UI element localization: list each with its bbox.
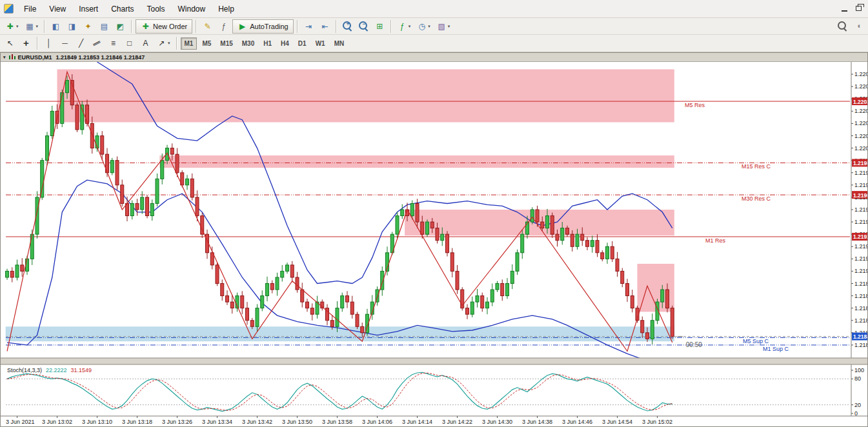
level-label: M15 Res C (742, 163, 771, 170)
menu-charts[interactable]: Charts (105, 2, 140, 16)
arrows-button[interactable]: ↗▾ (154, 36, 173, 50)
svg-text:1.22038: 1.22038 (853, 99, 867, 105)
terminal-button[interactable]: ▤ (97, 19, 112, 34)
menu: FileViewInsertChartsToolsWindowHelp (17, 2, 241, 16)
strategy-tester-button[interactable]: ◩ (113, 19, 128, 34)
tf-m30-label: M30 (242, 40, 254, 47)
navigator-icon: ✦ (83, 20, 93, 33)
tile-windows-button[interactable]: ⊞ (372, 19, 387, 34)
navigator-button[interactable]: ✦ (81, 19, 96, 34)
auto-scroll-button[interactable]: ⇥ (301, 19, 316, 34)
time-axis-label: 3 Jun 13:18 (122, 419, 152, 425)
templates-button[interactable]: ▧▾ (434, 19, 453, 34)
price-axis-label: 1.22020 (854, 120, 867, 126)
profiles-button[interactable]: ▦▾ (23, 19, 41, 34)
indicators-button[interactable]: ƒ▾ (395, 19, 414, 34)
menu-window[interactable]: Window (172, 2, 212, 16)
price-axis-label: 1.21940 (854, 219, 867, 225)
tf-w1-button[interactable]: W1 (312, 37, 329, 50)
time-axis-label: 3 Jun 13:34 (202, 419, 232, 425)
tf-h1-button[interactable]: H1 (259, 37, 276, 50)
time-axis-label: 3 Jun 14:14 (402, 419, 432, 425)
restore-button[interactable] (851, 2, 865, 14)
auto-scroll-icon: ⇥ (304, 20, 314, 33)
app-icon (4, 4, 14, 14)
svg-text:1.21928: 1.21928 (853, 233, 867, 240)
price-axis-label: 1.21870 (854, 305, 867, 312)
tf-m15-label: M15 (220, 40, 232, 47)
vertical-line-icon: │ (44, 37, 54, 50)
stoch-axis-label: 100 (854, 367, 864, 373)
shapes-button[interactable]: □ (122, 36, 137, 50)
chart-title-bar[interactable]: ▾ EURUSD,M1 1.21849 1.21853 1.21846 1.21… (1, 53, 867, 62)
text-button[interactable]: A (138, 36, 153, 50)
notifications-button[interactable]: ◖ (851, 19, 866, 33)
tf-mn-button[interactable]: MN (330, 37, 348, 50)
tf-m30-button[interactable]: M30 (238, 37, 258, 50)
tf-m5-button[interactable]: M5 (198, 37, 215, 50)
notifications-icon: ◖ (854, 19, 863, 32)
search-button[interactable] (835, 19, 850, 33)
periods-caret-icon: ▾ (428, 24, 430, 29)
menu-tools[interactable]: Tools (141, 2, 172, 16)
zoom-in-button[interactable]: + (340, 19, 355, 34)
toolbar-separator (297, 20, 298, 33)
new-chart-button[interactable]: ✚▾ (3, 19, 21, 34)
horizontal-line-button[interactable]: ─ (57, 36, 72, 50)
tf-h4-button[interactable]: H4 (277, 37, 293, 50)
autotrading-label: AutoTrading (250, 23, 288, 30)
chart-canvas[interactable]: M5 ResM15 Res CM30 Res CM1 ResM5 Sup CM1… (1, 62, 867, 426)
time-axis-label: 3 Jun 13:50 (282, 419, 312, 425)
panel-splitter[interactable] (1, 358, 867, 364)
svg-text:1.21962: 1.21962 (853, 192, 867, 199)
cursor-button[interactable]: ↖ (3, 36, 17, 50)
price-axis-label: 1.21880 (854, 293, 867, 299)
menu-view[interactable]: View (43, 2, 72, 16)
market-watch-button[interactable]: ◧ (48, 19, 63, 34)
crosshair-button[interactable]: + (19, 36, 34, 50)
toolbar-separator (390, 20, 392, 33)
chart-shift-button[interactable]: ⇤ (318, 19, 332, 34)
time-axis-label: 3 Jun 13:02 (42, 419, 72, 425)
toolbar-standard-right: ◖ (834, 19, 867, 33)
market-watch-icon: ◧ (51, 20, 61, 33)
price-axis-label: 1.22000 (854, 145, 867, 152)
tile-windows-icon: ⊞ (375, 20, 385, 33)
price-axis-label: 1.22030 (854, 108, 867, 114)
price-axis-label: 1.21860 (854, 317, 867, 324)
shapes-icon: □ (125, 37, 134, 50)
minimize-icon (842, 10, 847, 12)
equidistant-channel-button[interactable]: ∥ (90, 36, 105, 50)
tf-d1-label: D1 (298, 40, 307, 47)
experts-button[interactable]: ƒ (216, 19, 231, 34)
fibonacci-button[interactable]: ≡ (106, 36, 121, 50)
toolbar-separator (131, 20, 132, 33)
metaeditor-button[interactable]: ✎ (200, 19, 215, 34)
tf-m15-button[interactable]: M15 (216, 37, 236, 50)
new-order-button[interactable]: ✚New Order (136, 19, 192, 34)
tf-m1-button[interactable]: M1 (181, 37, 197, 50)
menu-insert[interactable]: Insert (72, 2, 105, 16)
time-axis-label: 3 Jun 14:22 (442, 419, 472, 425)
minimize-button[interactable] (837, 2, 851, 14)
autotrading-button[interactable]: ▶AutoTrading (232, 19, 294, 34)
price-axis-label: 1.21920 (854, 243, 867, 250)
zoom-out-button[interactable]: − (356, 19, 371, 34)
tf-mn-label: MN (334, 40, 345, 47)
vertical-line-button[interactable]: │ (41, 36, 56, 50)
resistance-zone (57, 69, 674, 122)
price-axis-label: 1.22010 (854, 133, 867, 139)
toolbar-separator (44, 20, 45, 33)
data-window-button[interactable]: ◨ (65, 19, 79, 34)
time-axis-label: 3 Jun 13:10 (82, 419, 112, 425)
periods-button[interactable]: ◷▾ (414, 19, 433, 34)
menu-file[interactable]: File (17, 2, 43, 16)
tf-d1-button[interactable]: D1 (294, 37, 310, 50)
trendline-button[interactable]: ╱ (74, 36, 88, 50)
mdi-window-controls (837, 2, 865, 14)
text-icon: A (141, 37, 150, 50)
resistance-zone (159, 155, 674, 168)
metaeditor-icon: ✎ (203, 20, 212, 33)
menu-help[interactable]: Help (212, 2, 241, 16)
search-icon (838, 21, 847, 31)
